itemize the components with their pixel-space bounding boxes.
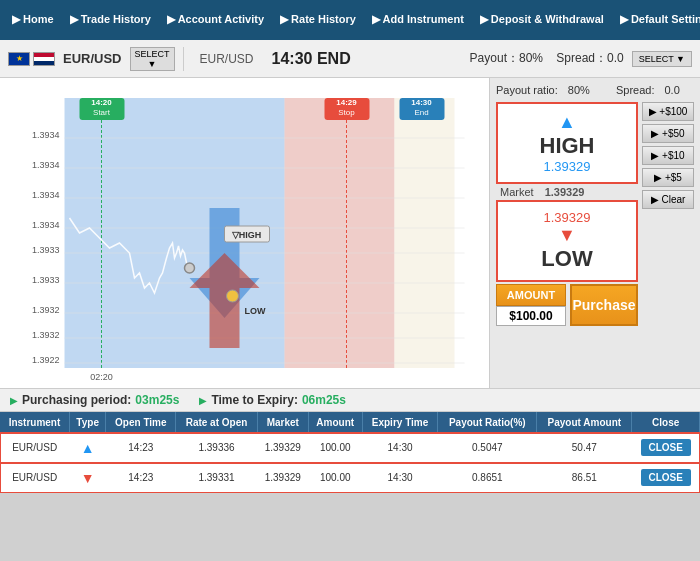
trades-table: Instrument Type Open Time Rate at Open M… [0,412,700,493]
controls-with-side: ▲ HIGH 1.39329 Market 1.39329 1.39329 ▼ … [496,102,694,326]
clear-button[interactable]: ▶ Clear [642,190,694,209]
side-buttons: ▶ +$100 ▶ +$50 ▶ +$10 ▶ +$5 ▶ Clear [642,102,694,326]
table-row: EUR/USD ▲ 14:23 1.39336 1.39329 100.00 1… [0,433,700,463]
col-market: Market [257,412,308,433]
cell-market: 1.39329 [257,463,308,493]
triangle-icon: ▶ [10,395,18,406]
col-instrument: Instrument [0,412,69,433]
end-time: 14:30 END [272,50,351,68]
low-button[interactable]: 1.39329 ▼ LOW [496,200,638,282]
svg-point-36 [227,290,239,302]
svg-text:14:30: 14:30 [411,98,432,107]
chart-panel: 14:20 Start 14:29 Stop 14:30 End 1.3934 … [0,78,490,388]
purchasing-label: Purchasing period: [22,393,131,407]
col-payout-ratio: Payout Ratio(%) [438,412,537,433]
cell-type: ▲ [69,433,105,463]
table-row: EUR/USD ▼ 14:23 1.39331 1.39329 100.00 1… [0,463,700,493]
svg-text:LOW: LOW [245,306,266,316]
svg-text:End: End [414,108,428,117]
cell-payout-ratio: 0.8651 [438,463,537,493]
cell-amount: 100.00 [308,433,362,463]
cell-expiry-time: 14:30 [362,433,438,463]
add-5-button[interactable]: ▶ +$5 [642,168,694,187]
cell-payout-ratio: 0.5047 [438,433,537,463]
high-price: 1.39329 [502,159,632,174]
svg-text:Start: Start [93,108,111,117]
timer-bar: ▶ Purchasing period: 03m25s ▶ Time to Ex… [0,388,700,412]
svg-text:1.3932: 1.3932 [32,305,60,315]
payout-spread-display: Payout ratio: 80% Spread: 0.0 [496,84,694,96]
eu-flag: ★ [8,52,30,66]
nav-home[interactable]: ▶ Home [4,9,62,30]
cell-rate-at-open: 1.39331 [176,463,258,493]
purchase-button[interactable]: Purchase [570,284,638,326]
purchasing-period: ▶ Purchasing period: 03m25s [10,393,179,407]
down-arrow-icon: ▼ [81,470,95,486]
close-button[interactable]: CLOSE [641,439,691,456]
cell-payout-amount: 86.51 [537,463,632,493]
nav-default-settings[interactable]: ▶ Default Settings [612,9,700,30]
svg-text:▽HIGH: ▽HIGH [231,230,262,240]
svg-text:Stop: Stop [338,108,355,117]
col-type: Type [69,412,105,433]
nav-add-instrument[interactable]: ▶ Add Instrument [364,9,472,30]
cell-type: ▼ [69,463,105,493]
instrument-select[interactable]: SELECT ▼ [130,47,175,71]
add-10-button[interactable]: ▶ +$10 [642,146,694,165]
high-label: HIGH [502,133,632,159]
cell-instrument: EUR/USD [0,463,69,493]
nav-trade-history[interactable]: ▶ Trade History [62,9,159,30]
expiry-time: ▶ Time to Expiry: 06m25s [199,393,346,407]
nav-rate-history[interactable]: ▶ Rate History [272,9,364,30]
cell-rate-at-open: 1.39336 [176,433,258,463]
col-amount: Amount [308,412,362,433]
payout-info: Payout：80% Spread：0.0 [470,50,624,67]
svg-text:14:20: 14:20 [91,98,112,107]
cell-open-time: 14:23 [106,433,176,463]
col-payout-amount: Payout Amount [537,412,632,433]
add-50-button[interactable]: ▶ +$50 [642,124,694,143]
high-arrow-icon: ▲ [502,112,632,133]
controls-left: ▲ HIGH 1.39329 Market 1.39329 1.39329 ▼ … [496,102,638,326]
cell-amount: 100.00 [308,463,362,493]
close-button[interactable]: CLOSE [641,469,691,486]
amount-purchase-area: AMOUNT Purchase [496,284,638,326]
cell-payout-amount: 50.47 [537,433,632,463]
instrument-display: EUR/USD [200,52,254,66]
nav-account-activity[interactable]: ▶ Account Activity [159,9,272,30]
triangle-icon-2: ▶ [199,395,207,406]
spread-label: Spread: [616,84,655,96]
expiry-label: Time to Expiry: [211,393,297,407]
svg-text:1.3933: 1.3933 [32,275,60,285]
nav-deposit-withdrawal[interactable]: ▶ Deposit & Withdrawal [472,9,612,30]
amount-button[interactable]: AMOUNT [496,284,566,306]
svg-text:14:29: 14:29 [336,98,357,107]
main-area: 14:20 Start 14:29 Stop 14:30 End 1.3934 … [0,78,700,388]
svg-text:1.3932: 1.3932 [32,330,60,340]
payout-select[interactable]: SELECT ▼ [632,51,692,67]
spread-value: 0.0 [664,84,679,96]
navbar: ▶ Home ▶ Trade History ▶ Account Activit… [0,0,700,40]
svg-text:1.3933: 1.3933 [32,245,60,255]
cell-market: 1.39329 [257,433,308,463]
table-area: Instrument Type Open Time Rate at Open M… [0,412,700,493]
low-label: LOW [502,246,632,272]
col-rate-at-open: Rate at Open [176,412,258,433]
cell-open-time: 14:23 [106,463,176,493]
svg-text:1.3922: 1.3922 [32,355,60,365]
svg-text:1.3934: 1.3934 [32,130,60,140]
instrument-bar: ★ EUR/USD SELECT ▼ EUR/USD 14:30 END Pay… [0,40,700,78]
up-arrow-icon: ▲ [81,440,95,456]
add-100-button[interactable]: ▶ +$100 [642,102,694,121]
svg-rect-1 [285,98,395,368]
high-button[interactable]: ▲ HIGH 1.39329 [496,102,638,184]
payout-ratio-label: Payout ratio: [496,84,558,96]
amount-input[interactable] [496,306,566,326]
cell-close: CLOSE [632,463,700,493]
purchasing-value: 03m25s [135,393,179,407]
controls-panel: Payout ratio: 80% Spread: 0.0 ▲ HIGH 1.3… [490,78,700,388]
col-expiry-time: Expiry Time [362,412,438,433]
svg-point-38 [185,263,195,273]
low-arrow-icon: ▼ [502,225,632,246]
market-value: 1.39329 [545,186,585,198]
